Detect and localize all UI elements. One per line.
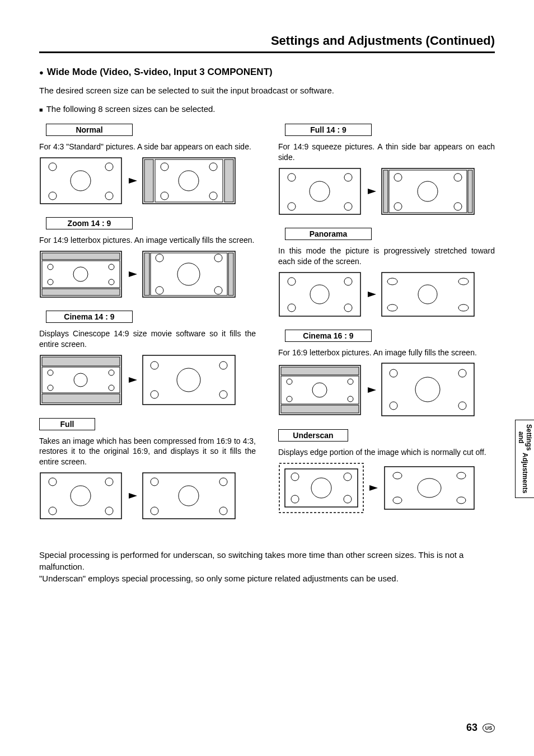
diagram-panorama (278, 271, 495, 317)
mode-zoom149: Zoom 14 : 9 For 14:9 letterbox pictures.… (39, 217, 256, 298)
svg-point-99 (312, 383, 327, 397)
svg-rect-58 (143, 473, 235, 519)
mode-desc-panorama: In this mode the picture is progressivel… (278, 246, 495, 267)
svg-point-112 (344, 473, 352, 481)
svg-point-114 (291, 495, 299, 503)
svg-rect-73 (468, 170, 472, 213)
right-column: Full 14 : 9 For 14:9 squeeze pictures. A… (278, 124, 495, 532)
svg-rect-7 (143, 158, 235, 204)
svg-point-88 (387, 278, 397, 285)
svg-rect-96 (281, 376, 359, 404)
svg-point-113 (311, 478, 331, 498)
svg-point-13 (179, 171, 199, 191)
svg-point-83 (310, 285, 329, 304)
svg-point-77 (418, 181, 438, 201)
mode-desc-full149: For 14:9 squeeze pictures. A thin side b… (278, 142, 495, 163)
svg-point-12 (209, 163, 217, 171)
header-rule (39, 51, 495, 53)
svg-point-24 (109, 279, 114, 285)
mode-normal: Normal For 4:3 "Standard" pictures. A si… (39, 124, 256, 205)
mode-desc-full: Takes an image which has been compressed… (39, 436, 256, 468)
svg-rect-110 (285, 469, 358, 507)
svg-point-84 (288, 304, 296, 312)
svg-rect-10 (155, 159, 223, 202)
svg-rect-38 (42, 367, 120, 393)
svg-point-107 (390, 402, 397, 410)
svg-marker-57 (129, 493, 137, 499)
svg-rect-71 (382, 168, 474, 214)
svg-marker-102 (368, 387, 376, 393)
svg-rect-80 (279, 273, 360, 316)
svg-point-33 (156, 287, 163, 294)
svg-marker-70 (368, 189, 376, 194)
side-tab: Settings and Adjustments (515, 420, 534, 498)
svg-point-22 (73, 267, 88, 281)
svg-point-115 (344, 495, 352, 503)
diagram-cinema149 (39, 354, 256, 406)
svg-rect-45 (143, 355, 235, 405)
mode-full149: Full 14 : 9 For 14:9 squeeze pictures. A… (278, 124, 495, 215)
diagram-full149 (278, 167, 495, 215)
svg-point-63 (219, 507, 227, 515)
svg-point-89 (458, 278, 469, 285)
svg-marker-44 (129, 377, 137, 383)
svg-point-67 (310, 181, 330, 201)
svg-point-118 (393, 472, 402, 479)
svg-rect-27 (144, 253, 149, 295)
side-tab-line2: Adjustments (521, 453, 528, 494)
diagram-cinema169 (278, 362, 495, 417)
mode-desc-underscan: Displays edge portion of the image which… (278, 447, 495, 458)
diagram-full (39, 472, 256, 520)
svg-point-53 (105, 478, 113, 486)
svg-point-69 (344, 203, 352, 210)
svg-rect-94 (281, 367, 359, 375)
mode-desc-cinema149: Displays Cinescope 14:9 size movie softw… (39, 328, 256, 350)
diagram-normal (39, 157, 256, 205)
svg-point-75 (394, 173, 402, 181)
svg-point-111 (291, 473, 299, 481)
svg-rect-72 (383, 170, 388, 213)
svg-point-20 (48, 264, 53, 270)
svg-rect-103 (382, 363, 474, 416)
svg-point-62 (151, 507, 158, 515)
svg-point-5 (105, 192, 113, 200)
svg-rect-36 (42, 357, 120, 366)
svg-point-1 (49, 163, 57, 171)
region-badge: US (483, 724, 495, 732)
svg-point-52 (49, 478, 57, 486)
mode-label-full149: Full 14 : 9 (285, 124, 372, 136)
svg-point-119 (457, 472, 466, 479)
svg-point-91 (387, 304, 397, 311)
svg-point-41 (74, 373, 87, 387)
mode-full: Full Takes an image which has been compr… (39, 418, 256, 520)
svg-point-40 (109, 370, 114, 375)
svg-point-66 (344, 173, 352, 181)
svg-point-46 (151, 361, 158, 369)
svg-point-56 (105, 507, 113, 515)
svg-point-42 (48, 385, 53, 391)
svg-point-122 (457, 497, 466, 504)
svg-marker-6 (129, 178, 137, 184)
svg-point-43 (109, 385, 114, 391)
svg-point-32 (177, 263, 200, 285)
svg-rect-17 (42, 253, 120, 260)
svg-point-104 (390, 369, 397, 377)
svg-rect-64 (279, 168, 360, 214)
mode-desc-zoom149: For 14:9 letterbox pictures. An image ve… (39, 235, 256, 246)
svg-rect-18 (42, 289, 120, 295)
svg-point-54 (71, 486, 91, 506)
svg-point-55 (49, 507, 57, 515)
svg-point-14 (161, 192, 168, 200)
mode-label-panorama: Panorama (285, 228, 372, 240)
svg-rect-9 (224, 159, 233, 202)
svg-point-60 (219, 478, 227, 486)
mode-desc-cinema169: For 16:9 letterbox pictures. An image fu… (278, 348, 495, 358)
svg-point-101 (348, 396, 353, 402)
svg-point-30 (156, 254, 163, 262)
svg-point-39 (48, 370, 53, 375)
mode-label-cinema149: Cinema 14 : 9 (46, 311, 133, 323)
svg-rect-37 (42, 394, 120, 403)
svg-point-78 (394, 203, 402, 210)
mode-label-full: Full (39, 418, 95, 430)
svg-rect-117 (385, 467, 474, 509)
